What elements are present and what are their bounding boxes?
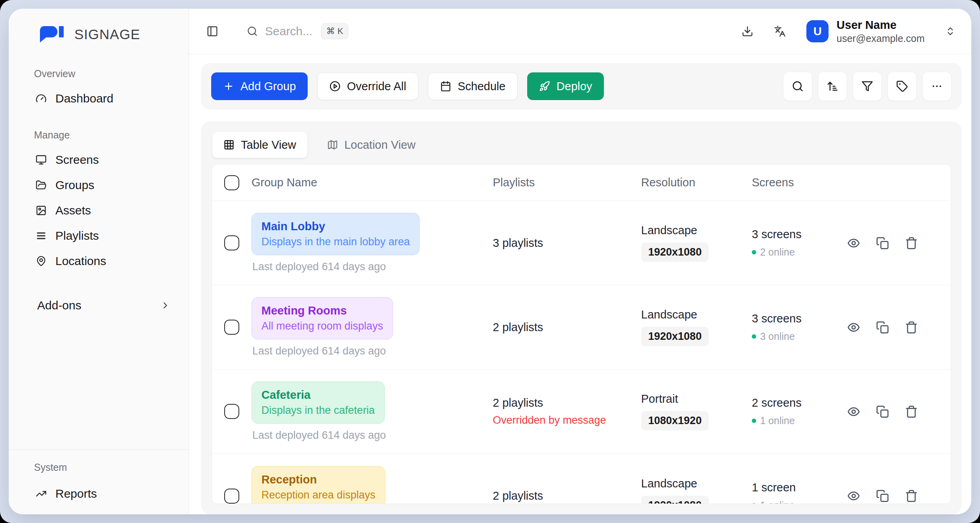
desktop-background: SIGNAGE Overview Dashboard Manage Screen… bbox=[0, 0, 980, 523]
duplicate-group-button[interactable] bbox=[876, 321, 889, 334]
sidebar-item-playlists[interactable]: Playlists bbox=[9, 223, 189, 248]
download-icon bbox=[742, 25, 753, 37]
table-search-button[interactable] bbox=[783, 72, 812, 101]
sidebar-toggle-button[interactable] bbox=[206, 25, 218, 37]
delete-group-button[interactable] bbox=[905, 489, 918, 502]
screens-count: 3 screens bbox=[752, 228, 802, 241]
topbar-right: U User Name user@example.com bbox=[721, 18, 955, 45]
user-menu-button[interactable] bbox=[945, 26, 955, 36]
sidebar-item-locations[interactable]: Locations bbox=[9, 248, 189, 274]
delete-group-button[interactable] bbox=[905, 321, 918, 334]
language-button[interactable] bbox=[774, 25, 786, 37]
last-deployed-text: Last deployed 614 days ago bbox=[252, 429, 386, 442]
duplicate-group-button[interactable] bbox=[876, 405, 889, 418]
schedule-label: Schedule bbox=[458, 80, 505, 93]
sidebar-system-section: System Reports bbox=[9, 449, 189, 514]
sidebar-item-groups[interactable]: Groups bbox=[9, 172, 189, 198]
tab-location-view[interactable]: Location View bbox=[316, 132, 427, 158]
gauge-icon bbox=[36, 93, 47, 104]
deploy-button[interactable]: Deploy bbox=[527, 72, 604, 100]
table-body: Main Lobby Displays in the main lobby ar… bbox=[212, 201, 951, 504]
sidebar-item-reports[interactable]: Reports bbox=[9, 481, 189, 506]
search-placeholder: Search... bbox=[265, 25, 312, 38]
avatar[interactable]: U bbox=[806, 20, 829, 42]
online-dot-icon bbox=[752, 334, 756, 339]
online-dot-icon bbox=[752, 250, 756, 254]
group-name-card[interactable]: Cafeteria Displays in the cafeteria bbox=[252, 381, 385, 424]
playlists-count: 2 playlists bbox=[493, 489, 543, 502]
resolution-badge: 1920x1080 bbox=[641, 496, 709, 504]
group-name-card[interactable]: Meeting Rooms All meeting room displays bbox=[252, 297, 393, 339]
sidebar-item-addons[interactable]: Add-ons bbox=[9, 293, 189, 318]
sidebar-item-label: Reports bbox=[55, 487, 97, 500]
online-status: 2 online bbox=[752, 246, 795, 258]
duplicate-group-button[interactable] bbox=[876, 489, 889, 502]
online-status: 1 online bbox=[752, 415, 795, 426]
group-description: Displays in the main lobby area bbox=[261, 236, 410, 248]
delete-group-button[interactable] bbox=[905, 405, 918, 418]
resolution-badge: 1080x1920 bbox=[641, 411, 709, 430]
row-checkbox[interactable] bbox=[224, 489, 239, 504]
sidebar-item-screens[interactable]: Screens bbox=[9, 147, 189, 172]
sidebar-item-label: Screens bbox=[55, 153, 99, 167]
copy-icon bbox=[876, 237, 889, 250]
download-button[interactable] bbox=[742, 25, 753, 37]
row-checkbox[interactable] bbox=[224, 235, 239, 250]
view-group-button[interactable] bbox=[847, 321, 860, 334]
online-count: 2 online bbox=[760, 246, 795, 258]
table-row: Cafeteria Displays in the cafeteria Last… bbox=[212, 370, 951, 454]
sidebar-item-assets[interactable]: Assets bbox=[9, 198, 189, 223]
tab-table-view[interactable]: Table View bbox=[212, 132, 307, 158]
content-area: Add Group Override All Schedule Deploy bbox=[189, 54, 971, 514]
override-all-label: Override All bbox=[347, 80, 406, 93]
duplicate-group-button[interactable] bbox=[876, 237, 889, 250]
filter-button[interactable] bbox=[853, 72, 882, 101]
sort-button[interactable] bbox=[818, 72, 847, 101]
override-all-button[interactable]: Override All bbox=[317, 72, 418, 100]
schedule-button[interactable]: Schedule bbox=[428, 72, 518, 100]
online-count: 1 online bbox=[760, 415, 795, 426]
group-description: Reception area displays bbox=[261, 489, 375, 501]
tags-button[interactable] bbox=[887, 72, 917, 101]
view-group-button[interactable] bbox=[847, 237, 860, 250]
trash-icon bbox=[905, 489, 918, 502]
orientation-label: Portrait bbox=[641, 392, 678, 406]
more-options-button[interactable] bbox=[922, 72, 952, 101]
sidebar: SIGNAGE Overview Dashboard Manage Screen… bbox=[9, 9, 189, 514]
ellipsis-icon bbox=[931, 80, 943, 92]
sidebar-item-label: Locations bbox=[55, 254, 106, 268]
add-group-button[interactable]: Add Group bbox=[211, 72, 308, 100]
delete-group-button[interactable] bbox=[905, 237, 918, 250]
eye-icon bbox=[847, 405, 860, 418]
sidebar-item-dashboard[interactable]: Dashboard bbox=[9, 86, 189, 111]
resolution-badge: 1920x1080 bbox=[641, 243, 709, 262]
group-name: Cafeteria bbox=[261, 388, 375, 402]
screens-count: 2 screens bbox=[752, 396, 802, 409]
view-group-button[interactable] bbox=[847, 405, 860, 418]
group-name: Reception bbox=[261, 473, 375, 486]
monitor-icon bbox=[36, 154, 47, 165]
list-icon bbox=[36, 230, 47, 241]
sort-ascending-icon bbox=[827, 80, 838, 92]
rocket-icon bbox=[539, 81, 550, 92]
groups-table-section: Table View Location View Group Name Play… bbox=[201, 121, 962, 514]
group-name-card[interactable]: Reception Reception area displays bbox=[252, 466, 385, 504]
row-checkbox[interactable] bbox=[224, 320, 239, 335]
last-deployed-text: Last deployed 614 days ago bbox=[252, 261, 386, 273]
eye-icon bbox=[847, 237, 860, 250]
playlists-count: 3 playlists bbox=[493, 237, 543, 250]
online-status: 1 online bbox=[752, 500, 795, 504]
row-checkbox[interactable] bbox=[224, 404, 239, 419]
group-name-card[interactable]: Main Lobby Displays in the main lobby ar… bbox=[252, 213, 420, 255]
sidebar-nav: Overview Dashboard Manage Screens Groups… bbox=[9, 68, 189, 318]
deploy-label: Deploy bbox=[556, 80, 592, 93]
select-all-checkbox[interactable] bbox=[224, 175, 239, 190]
view-group-button[interactable] bbox=[847, 489, 860, 502]
brand-name: SIGNAGE bbox=[74, 27, 140, 42]
section-label-system: System bbox=[34, 462, 189, 473]
search-input[interactable]: Search... ⌘ K bbox=[247, 23, 348, 39]
section-label-overview: Overview bbox=[34, 68, 189, 80]
map-icon bbox=[327, 139, 338, 150]
user-info[interactable]: User Name user@example.com bbox=[836, 18, 925, 45]
orientation-label: Landscape bbox=[641, 308, 697, 321]
